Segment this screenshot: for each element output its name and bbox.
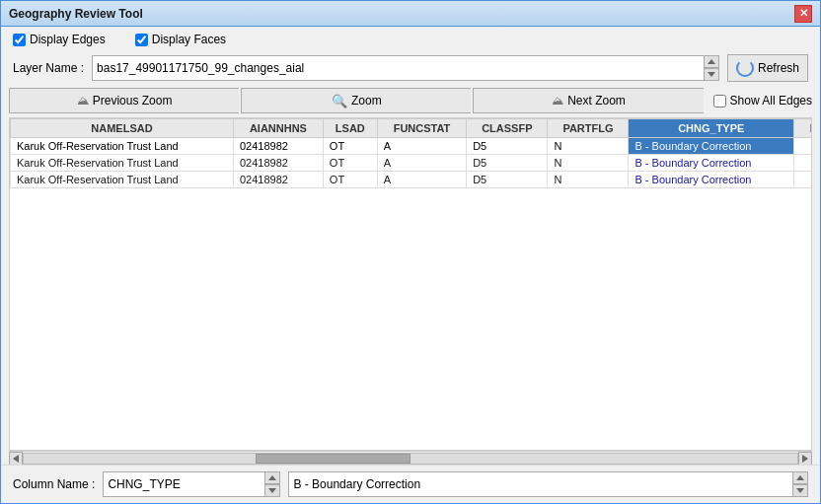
show-all-edges-checkbox[interactable] (713, 95, 726, 108)
cell-aiannhns[interactable]: 02418982 (233, 172, 323, 188)
cell-classfp[interactable]: D5 (467, 138, 548, 155)
col-spinner-down[interactable] (264, 484, 280, 497)
value-input-wrap (288, 471, 808, 497)
zoom-button[interactable]: 🔍 Zoom (241, 88, 471, 113)
table-row[interactable]: Karuk Off-Reservation Trust Land02418982… (11, 138, 813, 155)
table-header-row: NAMELSAD AIANNHNS LSAD FUNCSTAT CLASSFP … (11, 119, 813, 138)
col-header-namelsad: NAMELSAD (11, 119, 234, 138)
display-faces-label: Display Faces (152, 33, 226, 46)
cell-partflg[interactable]: N (548, 172, 629, 188)
cell-chng_type[interactable]: B - Boundary Correction (629, 172, 794, 188)
cell-classfp[interactable]: D5 (467, 172, 548, 188)
layer-spinner (704, 55, 719, 81)
cell-aiannhns[interactable]: 02418982 (233, 138, 323, 155)
next-zoom-label: Next Zoom (567, 94, 626, 108)
display-edges-checkbox-label[interactable]: Display Edges (13, 33, 106, 46)
col-header-eff-date: EFF_DATE (794, 119, 812, 138)
col-spinner (264, 471, 280, 497)
display-edges-checkbox[interactable] (13, 34, 26, 46)
cell-eff_date[interactable] (794, 172, 812, 188)
cell-namelsad[interactable]: Karuk Off-Reservation Trust Land (11, 172, 234, 188)
cell-lsad[interactable]: OT (323, 172, 377, 188)
cell-chng_type[interactable]: B - Boundary Correction (629, 138, 794, 155)
layer-name-label: Layer Name : (13, 61, 84, 75)
cell-eff_date[interactable] (794, 155, 812, 172)
val-spinner-up[interactable] (792, 471, 808, 484)
cell-lsad[interactable]: OT (323, 138, 377, 155)
display-edges-label: Display Edges (30, 33, 106, 46)
bottom-row: Column Name : (1, 465, 820, 503)
next-zoom-icon: ⛰ (552, 94, 563, 108)
layer-spinner-up[interactable] (704, 55, 719, 68)
next-zoom-button[interactable]: ⛰ Next Zoom (473, 88, 703, 113)
col-header-classfp: CLASSFP (467, 119, 548, 138)
col-header-partflg: PARTFLG (548, 119, 629, 138)
cell-classfp[interactable]: D5 (467, 155, 548, 172)
h-scroll-thumb[interactable] (256, 454, 410, 464)
layer-name-input-wrap (92, 55, 719, 81)
display-faces-checkbox[interactable] (135, 34, 148, 46)
refresh-button[interactable]: Refresh (727, 54, 808, 82)
table-row[interactable]: Karuk Off-Reservation Trust Land02418982… (11, 172, 813, 188)
title-bar: Geography Review Tool ✕ (1, 1, 820, 27)
value-input[interactable] (288, 471, 808, 497)
cell-partflg[interactable]: N (548, 138, 629, 155)
val-spinner-down[interactable] (792, 484, 808, 497)
scroll-right-button[interactable] (798, 452, 812, 466)
refresh-icon (736, 59, 754, 77)
cell-funcstat[interactable]: A (377, 155, 466, 172)
horizontal-scrollbar[interactable] (9, 451, 812, 465)
main-window: Geography Review Tool ✕ Display Edges Di… (0, 0, 821, 504)
column-name-input-wrap (103, 471, 280, 497)
window-title: Geography Review Tool (9, 7, 143, 21)
table-row[interactable]: Karuk Off-Reservation Trust Land02418982… (11, 155, 813, 172)
cell-funcstat[interactable]: A (377, 138, 466, 155)
cell-namelsad[interactable]: Karuk Off-Reservation Trust Land (11, 155, 234, 172)
cell-namelsad[interactable]: Karuk Off-Reservation Trust Land (11, 138, 234, 155)
data-table: NAMELSAD AIANNHNS LSAD FUNCSTAT CLASSFP … (10, 118, 812, 188)
cell-funcstat[interactable]: A (377, 172, 466, 188)
col-spinner-up[interactable] (264, 471, 280, 484)
col-header-chng-type: CHNG_TYPE (629, 119, 794, 138)
cell-aiannhns[interactable]: 02418982 (233, 155, 323, 172)
col-header-funcstat: FUNCSTAT (377, 119, 466, 138)
show-all-edges-wrap: Show All Edges (706, 94, 812, 108)
display-options-row: Display Edges Display Faces (1, 27, 820, 52)
zoom-icon: 🔍 (332, 94, 347, 108)
prev-zoom-label: Previous Zoom (93, 94, 173, 108)
zoom-row: ⛰ Previous Zoom 🔍 Zoom ⛰ Next Zoom Show … (1, 88, 820, 117)
layer-name-input[interactable] (92, 55, 719, 81)
previous-zoom-button[interactable]: ⛰ Previous Zoom (9, 88, 239, 113)
val-spinner (792, 471, 808, 497)
col-header-lsad: LSAD (323, 119, 377, 138)
refresh-label: Refresh (758, 61, 799, 75)
cell-eff_date[interactable] (794, 138, 812, 155)
show-all-edges-label: Show All Edges (730, 94, 812, 108)
close-button[interactable]: ✕ (794, 5, 812, 23)
column-name-label: Column Name : (13, 477, 95, 491)
layer-spinner-down[interactable] (704, 68, 719, 81)
scroll-left-button[interactable] (9, 452, 23, 466)
zoom-label: Zoom (351, 94, 382, 108)
display-faces-checkbox-label[interactable]: Display Faces (135, 33, 226, 46)
h-scroll-track[interactable] (23, 453, 798, 465)
col-header-aiannhns: AIANNHNS (233, 119, 323, 138)
prev-zoom-icon: ⛰ (77, 94, 89, 108)
cell-partflg[interactable]: N (548, 155, 629, 172)
cell-chng_type[interactable]: B - Boundary Correction (629, 155, 794, 172)
column-name-input[interactable] (103, 471, 280, 497)
layer-name-row: Layer Name : Refresh (1, 52, 820, 88)
data-table-container[interactable]: NAMELSAD AIANNHNS LSAD FUNCSTAT CLASSFP … (9, 117, 812, 451)
cell-lsad[interactable]: OT (323, 155, 377, 172)
